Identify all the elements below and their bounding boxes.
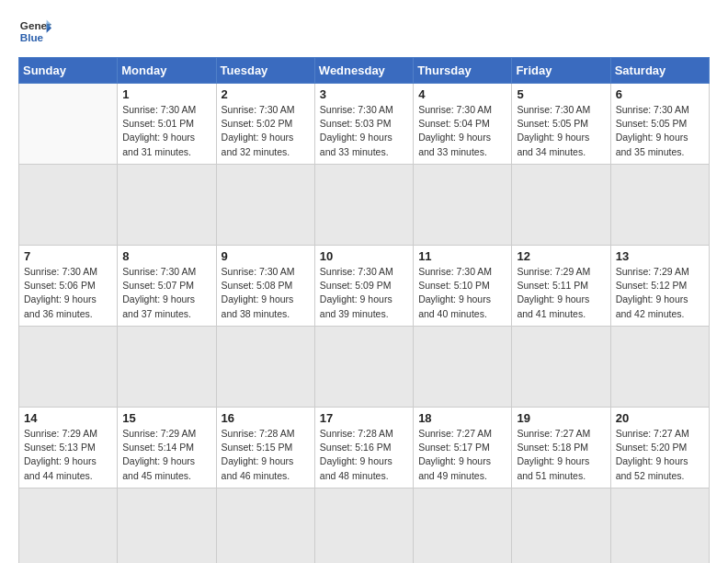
divider-cell [216,488,314,564]
calendar-day-cell: 9Sunrise: 7:30 AM Sunset: 5:08 PM Daylig… [216,246,314,327]
divider-cell [610,488,709,564]
day-info: Sunrise: 7:30 AM Sunset: 5:05 PM Dayligh… [616,103,704,159]
week-divider-row [19,327,710,408]
week-divider-row [19,488,710,564]
day-number: 8 [122,249,210,263]
day-number: 13 [616,249,704,263]
day-info: Sunrise: 7:28 AM Sunset: 5:16 PM Dayligh… [320,427,408,483]
calendar-week-row: 7Sunrise: 7:30 AM Sunset: 5:06 PM Daylig… [19,246,710,327]
week-divider-row [19,165,710,246]
day-number: 9 [222,249,310,263]
day-number: 1 [122,87,210,101]
calendar-day-cell: 18Sunrise: 7:27 AM Sunset: 5:17 PM Dayli… [414,408,512,488]
day-info: Sunrise: 7:30 AM Sunset: 5:10 PM Dayligh… [418,265,506,321]
calendar-day-cell: 10Sunrise: 7:30 AM Sunset: 5:09 PM Dayli… [314,246,413,327]
divider-cell [512,327,610,408]
calendar-day-cell: 1Sunrise: 7:30 AM Sunset: 5:01 PM Daylig… [118,84,216,165]
calendar-day-cell: 7Sunrise: 7:30 AM Sunset: 5:06 PM Daylig… [19,246,118,327]
calendar-day-cell: 12Sunrise: 7:29 AM Sunset: 5:11 PM Dayli… [512,246,610,327]
day-number: 10 [320,249,408,263]
calendar-day-cell: 14Sunrise: 7:29 AM Sunset: 5:13 PM Dayli… [19,408,118,488]
calendar-day-cell: 6Sunrise: 7:30 AM Sunset: 5:05 PM Daylig… [610,84,709,165]
day-number: 3 [320,87,408,101]
day-info: Sunrise: 7:29 AM Sunset: 5:13 PM Dayligh… [24,427,112,483]
day-info: Sunrise: 7:30 AM Sunset: 5:09 PM Dayligh… [320,265,408,321]
day-number: 11 [418,249,506,263]
calendar-day-cell: 2Sunrise: 7:30 AM Sunset: 5:02 PM Daylig… [216,84,314,165]
logo: General Blue [18,15,51,48]
calendar-body: 1Sunrise: 7:30 AM Sunset: 5:01 PM Daylig… [19,84,710,564]
day-number: 16 [222,411,310,425]
day-number: 20 [616,411,704,425]
calendar-day-cell: 5Sunrise: 7:30 AM Sunset: 5:05 PM Daylig… [512,84,610,165]
logo-icon: General Blue [18,15,51,48]
divider-cell [414,165,512,246]
divider-cell [216,165,314,246]
day-info: Sunrise: 7:27 AM Sunset: 5:20 PM Dayligh… [616,427,704,483]
weekday-header-cell: Thursday [414,58,512,84]
day-number: 6 [616,87,704,101]
header: General Blue [18,15,710,48]
day-number: 18 [418,411,506,425]
day-number: 17 [320,411,408,425]
weekday-header-cell: Monday [118,58,216,84]
divider-cell [19,327,118,408]
calendar-day-cell: 3Sunrise: 7:30 AM Sunset: 5:03 PM Daylig… [314,84,413,165]
calendar-table: SundayMondayTuesdayWednesdayThursdayFrid… [18,57,710,563]
weekday-header-cell: Tuesday [216,58,314,84]
calendar-day-cell: 20Sunrise: 7:27 AM Sunset: 5:20 PM Dayli… [610,408,709,488]
divider-cell [610,165,709,246]
divider-cell [512,165,610,246]
day-info: Sunrise: 7:29 AM Sunset: 5:12 PM Dayligh… [616,265,704,321]
day-info: Sunrise: 7:30 AM Sunset: 5:06 PM Dayligh… [24,265,112,321]
day-info: Sunrise: 7:27 AM Sunset: 5:18 PM Dayligh… [517,427,605,483]
divider-cell [414,327,512,408]
day-info: Sunrise: 7:30 AM Sunset: 5:03 PM Dayligh… [320,103,408,159]
day-info: Sunrise: 7:27 AM Sunset: 5:17 PM Dayligh… [418,427,506,483]
calendar-day-cell: 17Sunrise: 7:28 AM Sunset: 5:16 PM Dayli… [314,408,413,488]
weekday-header-cell: Friday [512,58,610,84]
calendar-day-cell: 16Sunrise: 7:28 AM Sunset: 5:15 PM Dayli… [216,408,314,488]
day-number: 19 [517,411,605,425]
day-info: Sunrise: 7:30 AM Sunset: 5:05 PM Dayligh… [517,103,605,159]
weekday-header-row: SundayMondayTuesdayWednesdayThursdayFrid… [19,58,710,84]
calendar-week-row: 14Sunrise: 7:29 AM Sunset: 5:13 PM Dayli… [19,408,710,488]
weekday-header-cell: Wednesday [314,58,413,84]
calendar-day-cell: 19Sunrise: 7:27 AM Sunset: 5:18 PM Dayli… [512,408,610,488]
day-number: 2 [222,87,310,101]
calendar-day-cell: 13Sunrise: 7:29 AM Sunset: 5:12 PM Dayli… [610,246,709,327]
day-info: Sunrise: 7:29 AM Sunset: 5:11 PM Dayligh… [517,265,605,321]
day-number: 4 [418,87,506,101]
day-info: Sunrise: 7:29 AM Sunset: 5:14 PM Dayligh… [122,427,210,483]
divider-cell [118,327,216,408]
divider-cell [118,165,216,246]
day-number: 7 [24,249,112,263]
day-info: Sunrise: 7:30 AM Sunset: 5:01 PM Dayligh… [122,103,210,159]
day-info: Sunrise: 7:30 AM Sunset: 5:08 PM Dayligh… [222,265,310,321]
divider-cell [314,327,413,408]
day-info: Sunrise: 7:30 AM Sunset: 5:04 PM Dayligh… [418,103,506,159]
calendar-day-cell [19,84,118,165]
divider-cell [610,327,709,408]
divider-cell [414,488,512,564]
day-number: 5 [517,87,605,101]
calendar-day-cell: 8Sunrise: 7:30 AM Sunset: 5:07 PM Daylig… [118,246,216,327]
day-number: 12 [517,249,605,263]
day-info: Sunrise: 7:30 AM Sunset: 5:02 PM Dayligh… [222,103,310,159]
weekday-header-cell: Sunday [19,58,118,84]
divider-cell [314,165,413,246]
divider-cell [512,488,610,564]
calendar-day-cell: 11Sunrise: 7:30 AM Sunset: 5:10 PM Dayli… [414,246,512,327]
calendar-day-cell: 4Sunrise: 7:30 AM Sunset: 5:04 PM Daylig… [414,84,512,165]
weekday-header-cell: Saturday [610,58,709,84]
divider-cell [19,165,118,246]
day-info: Sunrise: 7:30 AM Sunset: 5:07 PM Dayligh… [122,265,210,321]
divider-cell [19,488,118,564]
day-number: 14 [24,411,112,425]
calendar-week-row: 1Sunrise: 7:30 AM Sunset: 5:01 PM Daylig… [19,84,710,165]
svg-text:Blue: Blue [20,31,44,43]
day-number: 15 [122,411,210,425]
calendar-day-cell: 15Sunrise: 7:29 AM Sunset: 5:14 PM Dayli… [118,408,216,488]
divider-cell [216,327,314,408]
divider-cell [118,488,216,564]
